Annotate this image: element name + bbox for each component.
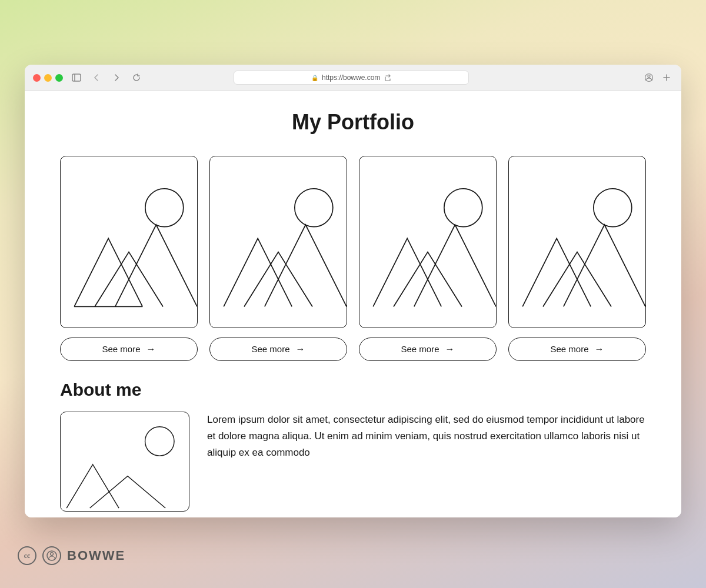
portfolio-image-1 xyxy=(60,156,198,328)
portfolio-item-2: See more → xyxy=(209,156,347,361)
portfolio-image-3 xyxy=(359,156,497,328)
arrow-icon-3: → xyxy=(445,344,455,355)
browser-right-icons xyxy=(642,71,673,84)
browser-chrome: 🔒 https://bowwe.com xyxy=(25,65,681,91)
about-image xyxy=(60,412,189,512)
portfolio-item-1: See more → xyxy=(60,156,198,361)
svg-point-8 xyxy=(295,189,333,227)
see-more-label-1: See more xyxy=(102,344,140,354)
about-title: About me xyxy=(60,380,646,400)
page-title: My Portfolio xyxy=(60,110,646,135)
about-content: Lorem ipsum dolor sit amet, consectetur … xyxy=(60,412,646,512)
portfolio-item-3: See more → xyxy=(359,156,497,361)
svg-point-13 xyxy=(51,553,54,556)
see-more-label-3: See more xyxy=(401,344,439,354)
traffic-lights xyxy=(33,74,63,82)
bowwe-logo: BOWWE xyxy=(67,548,125,563)
see-more-button-1[interactable]: See more → xyxy=(60,338,198,361)
new-tab-button[interactable] xyxy=(660,71,673,84)
svg-point-11 xyxy=(145,426,174,455)
bottom-bar: cc BOWWE xyxy=(0,523,706,588)
see-more-label-2: See more xyxy=(251,344,289,354)
svg-point-9 xyxy=(444,189,482,227)
svg-point-6 xyxy=(145,189,184,227)
portfolio-item-4: See more → xyxy=(508,156,646,361)
sidebar-toggle-button[interactable] xyxy=(70,71,83,84)
url-text: https://bowwe.com xyxy=(322,74,380,82)
about-section: About me Lorem ipsum dolor sit amet, con… xyxy=(60,380,646,512)
svg-point-10 xyxy=(594,189,632,227)
traffic-light-red[interactable] xyxy=(33,74,41,82)
browser-window: 🔒 https://bowwe.com xyxy=(25,65,681,517)
see-more-button-4[interactable]: See more → xyxy=(508,338,646,361)
arrow-icon-1: → xyxy=(146,344,156,355)
see-more-label-4: See more xyxy=(550,344,588,354)
svg-rect-0 xyxy=(72,74,81,81)
address-bar[interactable]: 🔒 https://bowwe.com xyxy=(234,71,469,85)
share-icon xyxy=(384,74,391,81)
forward-button[interactable] xyxy=(110,71,123,84)
person-icon xyxy=(42,546,61,565)
cc-icon: cc xyxy=(18,546,36,565)
arrow-icon-4: → xyxy=(595,344,604,355)
page-content: My Portfolio xyxy=(25,91,681,517)
reload-button[interactable] xyxy=(130,71,143,84)
svg-point-3 xyxy=(648,75,650,78)
arrow-icon-2: → xyxy=(296,344,305,355)
about-text: Lorem ipsum dolor sit amet, consectetur … xyxy=(207,412,646,461)
account-button[interactable] xyxy=(642,71,655,84)
portfolio-image-4 xyxy=(508,156,646,328)
see-more-button-2[interactable]: See more → xyxy=(209,338,347,361)
traffic-light-yellow[interactable] xyxy=(44,74,52,82)
lock-icon: 🔒 xyxy=(311,75,318,81)
traffic-light-green[interactable] xyxy=(55,74,63,82)
portfolio-image-2 xyxy=(209,156,347,328)
see-more-button-3[interactable]: See more → xyxy=(359,338,497,361)
portfolio-grid: See more → See more → xyxy=(60,156,646,361)
back-button[interactable] xyxy=(90,71,103,84)
